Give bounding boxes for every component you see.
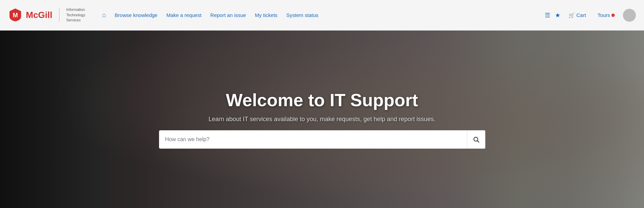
user-avatar[interactable] [623,9,636,22]
logo-divider [59,8,59,22]
tours-label: Tours [597,12,610,18]
search-input[interactable] [159,130,467,149]
nav-make-request-link[interactable]: Make a request [163,10,205,20]
site-header: M McGill Information Technology Services… [0,0,644,31]
nav-actions: ☰ ★ 🛒 Cart Tours [545,9,636,22]
svg-text:M: M [13,12,18,19]
mcgill-shield-icon: M [8,8,22,22]
its-label: Information Technology Services [66,7,85,23]
menu-list-icon[interactable]: ☰ [545,12,550,19]
svg-line-2 [477,141,479,143]
tours-notification-dot [611,14,615,17]
hero-title: Welcome to IT Support [226,90,418,110]
tours-link[interactable]: Tours [594,10,618,20]
search-bar [159,130,485,149]
mcgill-wordmark: McGill [26,10,52,20]
cart-link[interactable]: 🛒 Cart [565,10,589,20]
main-nav: ⌂ Browse knowledge Make a request Report… [99,9,636,22]
cart-icon: 🛒 [569,12,575,18]
hero-section: Welcome to IT Support Learn about IT ser… [0,31,644,208]
search-button[interactable] [467,130,485,149]
nav-my-tickets-link[interactable]: My tickets [251,10,281,20]
hero-content: Welcome to IT Support Learn about IT ser… [0,31,644,208]
favorites-star-icon[interactable]: ★ [555,12,560,19]
search-icon [473,136,480,143]
nav-report-issue-link[interactable]: Report an issue [207,10,249,20]
nav-browse-knowledge-link[interactable]: Browse knowledge [111,10,161,20]
cart-label: Cart [576,12,586,18]
nav-home-link[interactable]: ⌂ [99,10,109,21]
logo-area: M McGill Information Technology Services [8,7,85,23]
hero-subtitle: Learn about IT services available to you… [208,116,435,123]
nav-system-status-link[interactable]: System status [283,10,322,20]
